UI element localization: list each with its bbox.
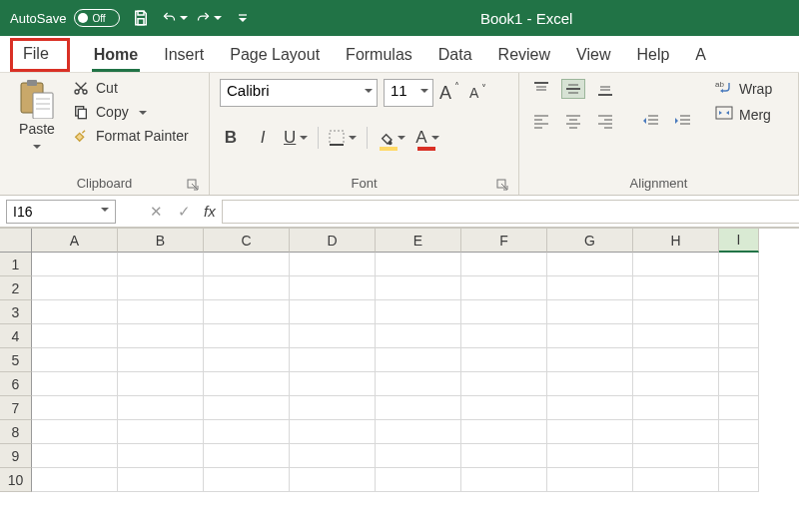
align-middle-icon[interactable]: [561, 79, 585, 99]
cell[interactable]: [376, 372, 461, 396]
col-header-d[interactable]: D: [290, 229, 376, 253]
name-box[interactable]: I16: [6, 200, 116, 224]
cell[interactable]: [376, 444, 461, 468]
cell[interactable]: [547, 420, 633, 444]
cell[interactable]: [118, 468, 204, 492]
format-painter-button[interactable]: Format Painter: [72, 127, 189, 145]
row-header[interactable]: 2: [0, 276, 32, 300]
cell[interactable]: [719, 420, 759, 444]
col-header-b[interactable]: B: [118, 229, 204, 253]
cell[interactable]: [633, 420, 719, 444]
cell[interactable]: [204, 348, 290, 372]
select-all-corner[interactable]: [0, 229, 32, 253]
cell[interactable]: [290, 420, 376, 444]
underline-button[interactable]: U: [284, 127, 308, 149]
align-center-icon[interactable]: [561, 111, 585, 131]
cell[interactable]: [461, 300, 547, 324]
cell[interactable]: [547, 396, 633, 420]
paste-button[interactable]: Paste: [10, 79, 64, 174]
cell[interactable]: [290, 348, 376, 372]
cell[interactable]: [719, 253, 759, 276]
cell[interactable]: [547, 372, 633, 396]
cell[interactable]: [290, 444, 376, 468]
col-header-g[interactable]: G: [547, 229, 633, 253]
autosave-toggle[interactable]: Off: [74, 9, 120, 27]
cell[interactable]: [719, 468, 759, 492]
row-header[interactable]: 7: [0, 396, 32, 420]
cell[interactable]: [547, 324, 633, 348]
bold-button[interactable]: B: [220, 127, 242, 149]
save-icon[interactable]: [128, 5, 154, 31]
redo-icon[interactable]: [196, 5, 222, 31]
cancel-formula-icon[interactable]: ✕: [142, 200, 170, 224]
cell[interactable]: [118, 324, 204, 348]
align-top-icon[interactable]: [529, 79, 553, 99]
cell[interactable]: [290, 372, 376, 396]
cell[interactable]: [290, 276, 376, 300]
cell[interactable]: [32, 444, 118, 468]
cell[interactable]: [204, 253, 290, 276]
cell[interactable]: [118, 253, 204, 276]
insert-function-icon[interactable]: fx: [198, 203, 222, 220]
tab-extra[interactable]: A: [693, 40, 708, 72]
italic-button[interactable]: I: [252, 127, 274, 149]
merge-center-button[interactable]: Merg: [715, 106, 772, 123]
tab-data[interactable]: Data: [436, 40, 474, 72]
cell[interactable]: [32, 253, 118, 276]
cell[interactable]: [633, 276, 719, 300]
cell[interactable]: [204, 324, 290, 348]
cell[interactable]: [461, 372, 547, 396]
cell[interactable]: [461, 324, 547, 348]
cell[interactable]: [719, 444, 759, 468]
fill-color-button[interactable]: [378, 127, 405, 149]
copy-dropdown-icon[interactable]: [135, 104, 147, 120]
cell[interactable]: [633, 300, 719, 324]
cell[interactable]: [32, 468, 118, 492]
font-name-combo[interactable]: Calibri: [220, 79, 378, 107]
cell[interactable]: [547, 276, 633, 300]
cell[interactable]: [719, 348, 759, 372]
cell[interactable]: [290, 468, 376, 492]
cell[interactable]: [204, 420, 290, 444]
cell[interactable]: [204, 276, 290, 300]
clipboard-dialog-launcher-icon[interactable]: [187, 179, 199, 191]
cell[interactable]: [719, 396, 759, 420]
cell[interactable]: [204, 468, 290, 492]
cell[interactable]: [204, 372, 290, 396]
cell[interactable]: [118, 300, 204, 324]
cell[interactable]: [376, 420, 461, 444]
font-dialog-launcher-icon[interactable]: [496, 179, 508, 191]
cell[interactable]: [118, 444, 204, 468]
col-header-c[interactable]: C: [204, 229, 290, 253]
col-header-h[interactable]: H: [633, 229, 719, 253]
cell[interactable]: [376, 324, 461, 348]
cell[interactable]: [547, 468, 633, 492]
cell[interactable]: [461, 276, 547, 300]
cell[interactable]: [547, 300, 633, 324]
tab-view[interactable]: View: [574, 40, 612, 72]
align-left-icon[interactable]: [529, 111, 553, 131]
cell[interactable]: [204, 444, 290, 468]
tab-review[interactable]: Review: [496, 40, 552, 72]
cell[interactable]: [118, 348, 204, 372]
row-header[interactable]: 8: [0, 420, 32, 444]
cell[interactable]: [32, 372, 118, 396]
cell[interactable]: [376, 300, 461, 324]
cell[interactable]: [118, 372, 204, 396]
cell[interactable]: [118, 396, 204, 420]
cell[interactable]: [719, 300, 759, 324]
cell[interactable]: [461, 253, 547, 276]
cell[interactable]: [118, 420, 204, 444]
cell[interactable]: [376, 276, 461, 300]
cell[interactable]: [547, 348, 633, 372]
cell[interactable]: [633, 324, 719, 348]
enter-formula-icon[interactable]: ✓: [170, 200, 198, 224]
wrap-text-button[interactable]: ab Wrap: [715, 79, 772, 98]
cell[interactable]: [547, 253, 633, 276]
cell[interactable]: [290, 253, 376, 276]
cell[interactable]: [461, 468, 547, 492]
font-color-button[interactable]: A: [415, 127, 438, 149]
row-header[interactable]: 5: [0, 348, 32, 372]
cell[interactable]: [719, 324, 759, 348]
cell[interactable]: [633, 444, 719, 468]
